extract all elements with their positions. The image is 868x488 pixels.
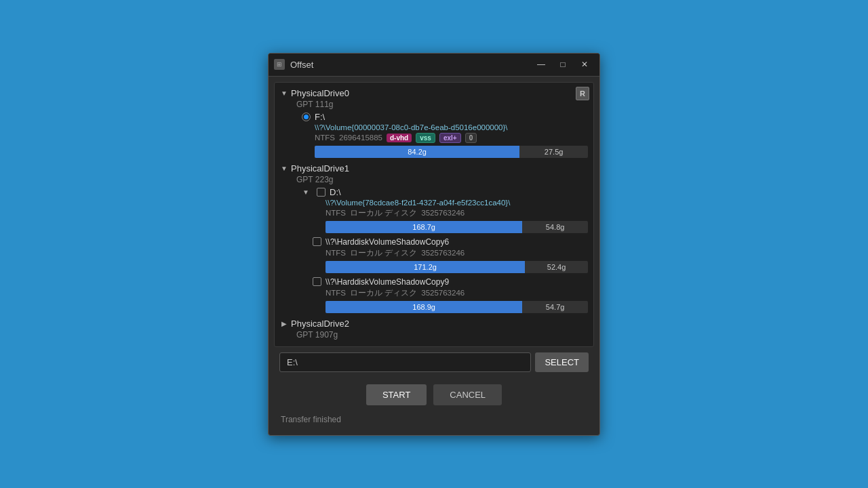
drive-letter-d: D:\ [330,187,341,197]
shadow-9-path: \\?\HarddiskVolumeShadowCopy9 [326,277,449,287]
window-title: Offset [290,60,532,70]
chevron-down-icon: ▼ [280,89,288,97]
volume-serial-f: 2696415885 [339,134,382,142]
drive-name-0: PhysicalDrive0 [291,88,349,98]
drive-tree: R ▼ PhysicalDrive0 GPT 111g F:\ \\?\Volu… [274,82,594,347]
cancel-button[interactable]: CANCEL [433,384,502,405]
drive-info-2: GPT 1907g [277,330,591,340]
shadow-9-serial: 3525763246 [421,289,465,297]
volume-path-f: \\?\Volume{00000037-08c0-db7e-6eab-d5016… [302,123,591,131]
progress-used-d: 168.7g [326,221,522,233]
shadow-6-meta: NTFS ローカル ディスク 3525763246 [313,248,591,258]
close-button[interactable]: ✕ [575,56,594,73]
shadow-9-fs: NTFS [326,289,346,297]
volume-label-f: F:\ [302,112,591,122]
badge-num: 0 [465,133,477,143]
checkbox-d[interactable] [317,188,326,197]
checkbox-shadow-9[interactable] [313,277,321,286]
chevron-down-icon-1: ▼ [280,165,288,172]
volume-serial-d: 3525763246 [421,209,465,217]
drive-name-2: PhysicalDrive2 [291,319,349,329]
titlebar: ⊞ Offset — □ ✕ [269,54,599,77]
shadow-6-label: \\?\HarddiskVolumeShadowCopy6 [313,237,591,247]
progress-used-f: 84.2g [315,146,519,158]
shadow-6-fs: NTFS [326,249,346,257]
progress-used-s9: 168.9g [326,301,522,313]
progress-free-d: 54.8g [522,221,588,233]
drive-info-1: GPT 223g [277,175,591,184]
volume-meta-d: NTFS ローカル ディスク 3525763246 [302,208,591,218]
badge-vss: vss [416,133,435,143]
path-input-row: SELECT [274,347,594,378]
progress-free-s9: 54.7g [522,301,588,313]
select-button[interactable]: SELECT [535,352,589,372]
progress-shadow-6: 171.2g 52.4g [326,261,588,273]
shadow-6-serial: 3525763246 [421,249,465,257]
shadow-6-label-text: ローカル ディスク [350,248,417,258]
main-window: ⊞ Offset — □ ✕ R ▼ PhysicalDrive0 GPT 11… [268,53,600,436]
progress-free-s6: 52.4g [525,261,588,273]
chevron-down-icon-d: ▼ [302,188,310,196]
main-content: R ▼ PhysicalDrive0 GPT 111g F:\ \\?\Volu… [269,77,599,435]
progress-d: 168.7g 54.8g [326,221,588,233]
window-controls: — □ ✕ [532,56,594,73]
drive-header-2[interactable]: ▶ PhysicalDrive2 [277,317,591,330]
chevron-right-icon-2: ▶ [280,320,288,327]
path-input[interactable] [279,352,531,372]
shadow-9-label-text: ローカル ディスク [350,288,417,298]
progress-used-s6: 171.2g [326,261,525,273]
checkbox-shadow-6[interactable] [313,237,321,246]
drive-header-0[interactable]: ▼ PhysicalDrive0 [277,87,591,100]
minimize-button[interactable]: — [532,56,551,73]
shadow-9-meta: NTFS ローカル ディスク 3525763246 [313,288,591,298]
shadow-copy-6: \\?\HarddiskVolumeShadowCopy6 NTFS ローカル … [277,237,591,273]
progress-f: 84.2g 27.5g [315,146,588,158]
volume-label-d: ▼ D:\ [302,187,591,197]
badge-dvhd: d-vhd [387,134,412,142]
progress-shadow-9: 168.9g 54.7g [326,301,588,313]
shadow-copy-9: \\?\HarddiskVolumeShadowCopy9 NTFS ローカル … [277,277,591,313]
app-icon: ⊞ [274,59,285,70]
volume-fs-d: NTFS [326,209,346,217]
drive-info-0: GPT 111g [277,100,591,109]
radio-f[interactable] [302,113,311,121]
volume-label-d-text: ローカル ディスク [350,208,417,218]
r-badge: R [576,87,589,100]
shadow-9-label: \\?\HarddiskVolumeShadowCopy9 [313,277,591,287]
volume-row-d: ▼ D:\ \\?\Volume{78cdcae8-f2d1-4327-a04f… [277,187,591,233]
start-button[interactable]: START [366,384,427,405]
volume-path-d: \\?\Volume{78cdcae8-f2d1-4327-a04f-e5f23… [302,199,591,207]
volume-fs-f: NTFS [315,134,335,142]
drive-letter-f: F:\ [315,112,325,122]
drive-name-1: PhysicalDrive1 [291,163,349,174]
maximize-button[interactable]: □ [553,56,572,73]
volume-meta-f: NTFS 2696415885 d-vhd vss exl+ 0 [302,133,591,143]
volume-row-f: F:\ \\?\Volume{00000037-08c0-db7e-6eab-d… [277,112,591,158]
status-bar: Transfer finished [274,412,594,430]
progress-free-f: 27.5g [519,146,588,158]
drive-header-1[interactable]: ▼ PhysicalDrive1 [277,162,591,175]
action-buttons: START CANCEL [274,378,594,412]
shadow-6-path: \\?\HarddiskVolumeShadowCopy6 [326,237,449,247]
badge-exl: exl+ [439,133,461,143]
